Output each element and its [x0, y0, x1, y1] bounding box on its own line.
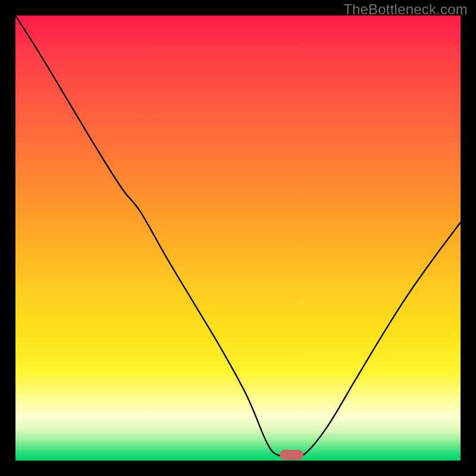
optimal-marker: [280, 450, 303, 460]
bottleneck-curve: [15, 15, 461, 461]
curve-path: [15, 15, 461, 456]
chart-frame: TheBottleneck.com: [0, 0, 476, 476]
watermark-text: TheBottleneck.com: [343, 1, 468, 18]
plot-area: [15, 15, 461, 461]
